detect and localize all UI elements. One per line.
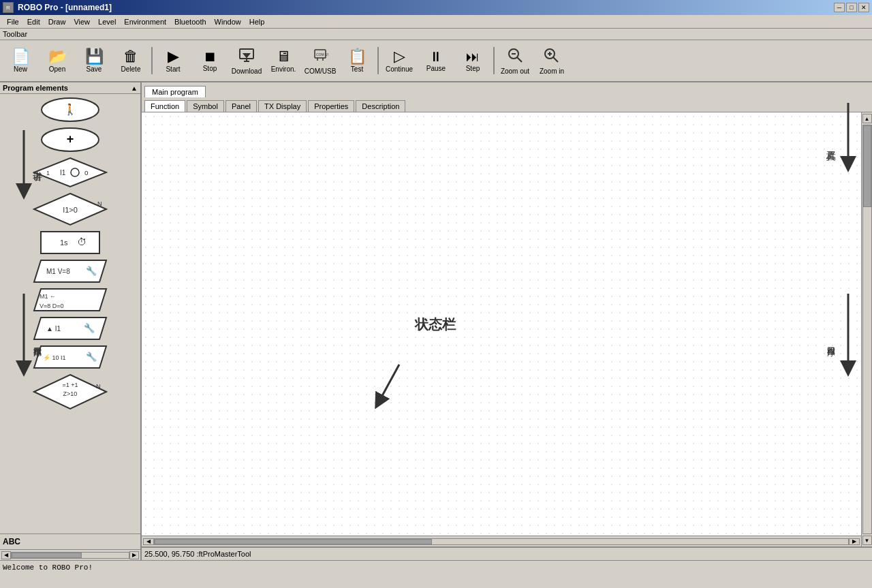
comusb-button[interactable]: COM USB COM/USB [302, 42, 338, 80]
zoomin-label: Zoom in [540, 67, 564, 75]
step-icon: ⏭ [466, 50, 480, 63]
title-bar-buttons: ─ □ ✕ [834, 3, 869, 12]
canvas-scrollbar-h: ◀ ▶ [142, 536, 861, 546]
pause-icon: ⏸ [429, 50, 443, 63]
close-button[interactable]: ✕ [858, 3, 869, 12]
scroll-left-btn[interactable]: ◀ [143, 538, 154, 545]
list-item[interactable]: I1>0 N Y [33, 192, 108, 226]
sidebar-scrollbar-h[interactable]: ◀ ▶ [0, 549, 140, 560]
stop-icon: ⏹ [203, 50, 217, 63]
svg-text:N: N [96, 383, 101, 390]
comusb-icon: COM USB [312, 47, 328, 66]
list-item[interactable]: + [40, 127, 101, 153]
sidebar-scroll-up[interactable]: ▲ [131, 84, 138, 92]
menu-view[interactable]: View [69, 16, 94, 27]
svg-rect-49 [142, 112, 861, 536]
download-button[interactable]: Download [229, 42, 264, 80]
svg-text:M1  V=8: M1 V=8 [46, 268, 70, 275]
svg-text:V=8  D=0: V=8 D=0 [40, 303, 64, 309]
menu-file[interactable]: File [3, 16, 23, 27]
svg-text:Y: Y [68, 225, 72, 226]
list-item[interactable]: 🚶 [40, 97, 101, 123]
new-icon: 📄 [12, 49, 30, 64]
scroll-track-v [862, 125, 872, 534]
environ-button[interactable]: 🖥 Environ. [266, 42, 301, 80]
list-item[interactable]: M1 ← V=8 D=0 [33, 288, 108, 312]
sidebar-scroll-left[interactable]: ◀ [1, 551, 11, 559]
minimize-button[interactable]: ─ [834, 3, 845, 12]
menu-window[interactable]: Window [211, 16, 245, 27]
stop-button[interactable]: ⏹ Stop [192, 42, 228, 80]
svg-line-12 [553, 57, 558, 62]
pause-button[interactable]: ⏸ Pause [418, 42, 454, 80]
open-button[interactable]: 📂 Open [40, 42, 75, 80]
sidebar-content: 🚶 + I1 o 1 [0, 94, 140, 533]
tab-panel[interactable]: Panel [225, 100, 257, 112]
download-icon [238, 47, 255, 66]
scroll-down-btn[interactable]: ▼ [862, 536, 872, 545]
scroll-up-btn[interactable]: ▲ [862, 114, 872, 123]
svg-text:COM USB: COM USB [316, 52, 328, 57]
menu-level[interactable]: Level [94, 16, 120, 27]
scroll-track-h [154, 538, 849, 545]
tab-description[interactable]: Description [356, 100, 405, 112]
continue-button[interactable]: ▷ Continue [382, 42, 417, 80]
step-button[interactable]: ⏭ Step [455, 42, 490, 80]
canvas-scrollbar-v: ▲ ▼ [861, 112, 872, 546]
environ-icon: 🖥 [276, 49, 291, 64]
menu-bar: File Edit Draw View Level Environment Bl… [0, 15, 872, 29]
start-button[interactable]: ▶ Start [155, 42, 191, 80]
svg-marker-37 [34, 318, 106, 339]
zoomin-button[interactable]: Zoom in [534, 42, 570, 80]
annotation-status-bar: 状态栏 [415, 315, 456, 333]
tab-main-program[interactable]: Main program [144, 86, 206, 97]
comusb-label: COM/USB [305, 67, 337, 75]
new-button[interactable]: 📄 New [3, 42, 38, 80]
list-item[interactable]: 1s ⏱ [40, 230, 101, 255]
tab-function[interactable]: Function [144, 100, 185, 112]
scroll-right-btn[interactable]: ▶ [849, 538, 860, 545]
svg-text:🔧: 🔧 [86, 265, 97, 277]
toolbar: 📄 New 📂 Open 💾 Save 🗑 Delete ▶ Start ⏹ S… [0, 40, 872, 82]
menu-environment[interactable]: Environment [120, 16, 170, 27]
menu-bluetooth[interactable]: Bluetooth [170, 16, 210, 27]
menu-edit[interactable]: Edit [23, 16, 44, 27]
step-label: Step [466, 65, 480, 72]
scroll-thumb-h [155, 539, 432, 544]
title-bar: R ROBO Pro - [unnamed1] ─ □ ✕ [0, 0, 872, 15]
svg-marker-3 [244, 54, 249, 57]
drawing-canvas[interactable]: 状态栏 [142, 112, 861, 536]
tab-properties[interactable]: Properties [308, 100, 354, 112]
svg-line-9 [517, 57, 522, 62]
tab-symbol[interactable]: Symbol [187, 100, 224, 112]
zoomout-button[interactable]: Zoom out [497, 42, 533, 80]
delete-button[interactable]: 🗑 Delete [113, 42, 149, 80]
start-label: Start [166, 65, 180, 73]
svg-text:⚡ 10  I1: ⚡ 10 I1 [43, 354, 66, 362]
svg-text:I1>0: I1>0 [63, 206, 78, 214]
save-icon: 💾 [85, 49, 104, 64]
test-button[interactable]: 📋 Test [339, 42, 375, 80]
svg-text:N: N [97, 200, 102, 207]
list-item[interactable]: ▲ I1 🔧 [33, 316, 108, 341]
continue-icon: ▷ [394, 49, 405, 64]
welcome-bar: Welcome to ROBO Pro! [0, 560, 872, 574]
list-item[interactable]: =1 +1 Z>10 N Y [33, 373, 108, 410]
tab-tx-display[interactable]: TX Display [258, 100, 307, 112]
list-item[interactable]: M1 V=8 🔧 [33, 259, 108, 283]
canvas-container: 状态栏 [142, 112, 872, 546]
svg-text:I1: I1 [60, 169, 66, 176]
maximize-button[interactable]: □ [846, 3, 857, 12]
sidebar-scroll-right[interactable]: ▶ [129, 551, 139, 559]
window-title: ROBO Pro - [unnamed1] [18, 3, 112, 12]
menu-help[interactable]: Help [245, 16, 269, 27]
program-tab-bar: Main program [142, 82, 872, 97]
list-item[interactable]: ⚡ 10 I1 🔧 [33, 345, 108, 369]
menu-draw[interactable]: Draw [44, 16, 70, 27]
status-bar: 25.500, 95.750 :ftProMasterTool [142, 546, 872, 560]
list-item[interactable]: I1 o 1 [33, 157, 108, 188]
svg-text:1s: 1s [60, 238, 68, 247]
svg-text:🚶: 🚶 [63, 103, 77, 116]
save-button[interactable]: 💾 Save [76, 42, 112, 80]
scroll-thumb-v [863, 125, 871, 207]
